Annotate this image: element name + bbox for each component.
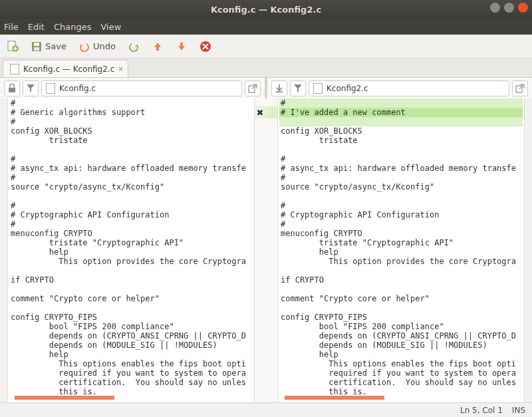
menu-view[interactable]: View — [101, 22, 122, 32]
code-line[interactable] — [9, 266, 253, 275]
left-file-path[interactable]: Kconfig.c — [41, 80, 242, 96]
svg-rect-6 — [9, 88, 15, 92]
filter-button-right[interactable] — [290, 80, 306, 96]
code-line[interactable]: certification. You should say no unles — [279, 378, 523, 387]
save-file-right[interactable] — [271, 80, 287, 96]
open-external-left[interactable] — [245, 80, 261, 96]
code-line[interactable]: tristate "Cryptographic API" — [279, 238, 523, 247]
code-line[interactable]: This options enables the fips boot opti — [279, 359, 523, 368]
code-line[interactable]: menuconfig CRYPTO — [279, 229, 523, 238]
menu-file[interactable]: File — [4, 22, 19, 32]
code-line[interactable]: depends on (CRYPTO_ANSI_CPRNG || CRYPTO_… — [9, 331, 253, 341]
code-line[interactable]: source "crypto/async_tx/Kconfig" — [279, 182, 523, 192]
left-pane[interactable]: ## Generic algorithms support#config XOR… — [8, 98, 254, 402]
lock-button-left[interactable] — [4, 80, 20, 96]
push-up-button[interactable] — [149, 39, 166, 55]
code-line[interactable]: This option provides the core Cryptogra — [279, 257, 523, 266]
code-line[interactable] — [279, 192, 523, 201]
tab-close-icon[interactable]: × — [118, 65, 124, 73]
code-line[interactable]: This options enables the fips boot opti — [9, 359, 253, 368]
code-line[interactable]: config XOR_BLOCKS — [9, 126, 253, 136]
code-line[interactable]: # — [9, 173, 253, 182]
code-line[interactable]: if CRYPTO — [9, 275, 253, 285]
code-line[interactable]: if CRYPTO — [279, 275, 523, 285]
reject-change-icon[interactable]: ✖ — [255, 108, 265, 117]
new-file-icon — [7, 41, 19, 53]
code-line[interactable]: tristate "Cryptographic API" — [9, 238, 253, 247]
code-line[interactable]: config XOR_BLOCKS — [279, 126, 523, 136]
code-line[interactable]: # — [9, 219, 253, 229]
code-line[interactable]: depends on (MODULE_SIG || !MODULES) — [9, 341, 253, 350]
code-line[interactable]: # I've added a new comment — [279, 108, 523, 117]
svg-rect-8 — [516, 86, 522, 92]
code-line[interactable]: # Cryptographic API Configuration — [9, 210, 253, 219]
code-line[interactable]: comment "Crypto core or helper" — [9, 294, 253, 303]
code-line[interactable]: # — [9, 117, 253, 126]
undo-button[interactable]: Undo — [76, 39, 118, 55]
code-line[interactable]: required if you want to system to opera — [279, 368, 523, 378]
code-line[interactable]: certification. You should say no unles — [9, 378, 253, 387]
right-file-path[interactable]: Kconfig2.c — [309, 80, 509, 96]
filter-button-left[interactable] — [23, 80, 39, 96]
code-line[interactable]: # — [279, 98, 523, 108]
code-line[interactable]: source "crypto/async_tx/Kconfig" — [9, 182, 253, 192]
code-line[interactable]: required if you want to system to opera — [9, 368, 253, 378]
svg-rect-3 — [34, 43, 39, 46]
code-line[interactable]: bool "FIPS 200 compliance" — [279, 322, 523, 331]
code-line[interactable]: # — [279, 201, 523, 210]
code-line[interactable]: this is. — [9, 387, 253, 396]
maximize-icon[interactable] — [504, 3, 514, 13]
code-line[interactable]: tristate — [279, 136, 523, 145]
diff-area: ## Generic algorithms support#config XOR… — [0, 98, 532, 402]
open-external-right[interactable] — [512, 80, 528, 96]
save-label: Save — [45, 41, 66, 51]
stop-button[interactable] — [197, 39, 214, 55]
code-line[interactable]: help — [279, 247, 523, 257]
code-line[interactable]: # — [9, 98, 253, 108]
code-line[interactable] — [9, 285, 253, 294]
code-line[interactable] — [279, 285, 523, 294]
window-close-icon[interactable] — [518, 3, 528, 13]
code-line[interactable]: config CRYPTO_FIPS — [279, 313, 523, 322]
code-line[interactable] — [9, 192, 253, 201]
menu-changes[interactable]: Changes — [54, 22, 92, 32]
statusbar: Ln 5, Col 1 INS — [0, 402, 532, 417]
minimize-icon[interactable] — [490, 3, 500, 13]
code-line[interactable]: menuconfig CRYPTO — [9, 229, 253, 238]
code-line[interactable] — [279, 117, 523, 126]
pull-down-button[interactable] — [173, 39, 190, 55]
code-line[interactable]: # async_tx api: hardware offloaded memor… — [9, 164, 253, 173]
code-line[interactable]: # — [9, 201, 253, 210]
code-line[interactable]: help — [9, 350, 253, 359]
code-line[interactable] — [279, 145, 523, 154]
code-line[interactable]: comment "Crypto core or helper" — [279, 294, 523, 303]
code-line[interactable]: # Cryptographic API Configuration — [279, 210, 523, 219]
code-line[interactable]: # Generic algorithms support — [9, 108, 253, 117]
code-line[interactable]: config CRYPTO_FIPS — [9, 313, 253, 322]
redo-button[interactable] — [125, 39, 142, 55]
code-line[interactable]: tristate — [9, 136, 253, 145]
open-external-icon — [515, 84, 525, 93]
code-line[interactable]: help — [9, 247, 253, 257]
code-line[interactable]: bool "FIPS 200 compliance" — [9, 322, 253, 331]
code-line[interactable] — [279, 303, 523, 313]
code-line[interactable]: # — [279, 219, 523, 229]
code-line[interactable]: # — [279, 154, 523, 164]
new-button[interactable] — [4, 39, 21, 55]
tab-diff[interactable]: Kconfig.c — Kconfig2.c × — [3, 60, 128, 77]
menu-edit[interactable]: Edit — [28, 22, 45, 32]
code-line[interactable]: # — [279, 173, 523, 182]
code-line[interactable] — [9, 145, 253, 154]
code-line[interactable]: help — [279, 350, 523, 359]
file-icon — [313, 83, 323, 94]
right-pane[interactable]: ## I've added a new commentconfig XOR_BL… — [278, 98, 524, 402]
code-line[interactable]: depends on (MODULE_SIG || !MODULES) — [279, 341, 523, 350]
code-line[interactable]: # async_tx api: hardware offloaded memor… — [279, 164, 523, 173]
save-button[interactable]: Save — [28, 39, 69, 55]
code-line[interactable]: this is. — [279, 387, 523, 396]
code-line[interactable] — [9, 303, 253, 313]
code-line[interactable]: This option provides the core Cryptogra — [9, 257, 253, 266]
code-line[interactable]: depends on (CRYPTO_ANSI_CPRNG || CRYPTO_… — [279, 331, 523, 341]
code-line[interactable]: # — [9, 154, 253, 164]
code-line[interactable] — [279, 266, 523, 275]
